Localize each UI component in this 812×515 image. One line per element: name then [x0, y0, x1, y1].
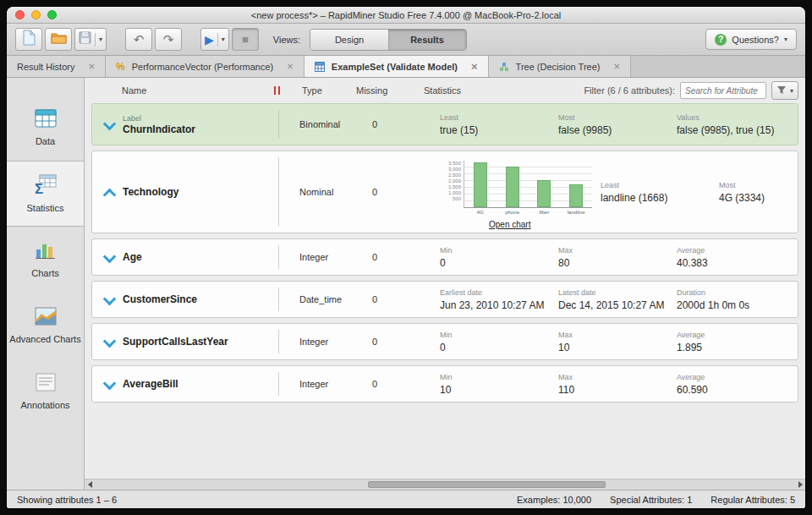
- chevron-down-icon[interactable]: [102, 118, 116, 131]
- attribute-row-age[interactable]: Age Integer 0 Min 0 Max 80 Average: [91, 238, 798, 276]
- showing-attributes-text: Showing attributes 1 – 6: [17, 495, 117, 505]
- attribute-missing: 0: [372, 119, 440, 129]
- sidebar-item-data[interactable]: Data: [7, 95, 84, 161]
- stat-label: Values: [677, 113, 798, 122]
- sidebar-item-charts[interactable]: Charts: [7, 227, 84, 293]
- close-icon[interactable]: ×: [287, 60, 294, 73]
- chevron-down-icon[interactable]: [102, 250, 116, 264]
- attribute-type: Nominal: [279, 187, 372, 197]
- app-window: <new process*> – RapidMiner Studio Free …: [7, 7, 805, 508]
- status-bar: Showing attributes 1 – 6 Examples: 10,00…: [7, 490, 805, 508]
- new-process-icon: [23, 30, 36, 49]
- close-icon[interactable]: ×: [88, 60, 95, 73]
- new-process-button[interactable]: [15, 28, 42, 51]
- chevron-down-icon[interactable]: [102, 335, 116, 348]
- attribute-type: Integer: [279, 379, 372, 389]
- attribute-name-cell: Label ChurnIndicator: [123, 114, 278, 135]
- chart-x-label: landline: [563, 210, 589, 215]
- attribute-name: Age: [123, 251, 278, 263]
- stat-label: Average: [677, 331, 798, 339]
- tab-result-history[interactable]: Result History ×: [7, 56, 106, 77]
- save-process-button[interactable]: ▾: [74, 28, 107, 51]
- stat-label: Min: [440, 331, 558, 339]
- toolbar: ▾ ↶ ↷ ▶ ▾ ■ Views: Design Results ? Ques…: [7, 24, 805, 56]
- header-type[interactable]: Type: [282, 85, 356, 96]
- search-input[interactable]: [680, 82, 766, 99]
- sidebar-item-annotations[interactable]: Annotations: [7, 359, 84, 425]
- sidebar-item-label: Advanced Charts: [9, 334, 80, 345]
- run-play-icon: ▶: [205, 34, 214, 46]
- sidebar-item-statistics[interactable]: Σ Statistics: [7, 161, 84, 227]
- attribute-type: Integer: [279, 252, 372, 262]
- chart-bar-landline: landline: [563, 161, 589, 207]
- attribute-missing: 0: [372, 187, 440, 197]
- close-icon[interactable]: ×: [471, 60, 478, 73]
- run-dropdown-icon[interactable]: ▾: [217, 33, 225, 47]
- stat-value: 80: [558, 257, 677, 269]
- open-chart-link[interactable]: Open chart: [489, 220, 530, 229]
- attribute-row-averagebill[interactable]: AverageBill Integer 0 Min 10 Max 110 Ave…: [91, 365, 798, 403]
- attribute-name-cell: Technology: [123, 186, 278, 198]
- stat-label: Min: [440, 373, 558, 381]
- attribute-row-supportcallslastyear[interactable]: SupportCallsLastYear Integer 0 Min 0 Max…: [91, 323, 798, 360]
- stat-value: 10: [440, 384, 558, 396]
- chart-x-label: phone: [500, 210, 525, 215]
- scroll-left-arrow[interactable]: [85, 481, 95, 488]
- attribute-row-technology[interactable]: Technology Nominal 0 3,5003,0002,5002,00…: [91, 151, 798, 233]
- attribute-row-churnindicator[interactable]: Label ChurnIndicator Binominal 0 Least t…: [91, 103, 798, 145]
- stat-most: Most 4G (3334): [719, 181, 798, 204]
- design-view-button[interactable]: Design: [310, 30, 388, 50]
- redo-button[interactable]: ↷: [155, 28, 182, 51]
- stat-max: Max 80: [558, 246, 677, 269]
- close-icon[interactable]: ×: [613, 60, 620, 73]
- stat-min: Min 0: [440, 246, 558, 269]
- chevron-up-icon[interactable]: [102, 185, 116, 199]
- scroll-right-arrow[interactable]: [795, 481, 805, 488]
- scrollbar-track[interactable]: [95, 479, 795, 490]
- horizontal-scrollbar[interactable]: [85, 479, 805, 490]
- table-header: Name Type Missing Statistics Filter (6 /…: [85, 78, 805, 103]
- run-process-button[interactable]: ▶ ▾: [200, 28, 229, 51]
- window-title: <new process*> – RapidMiner Studio Free …: [7, 10, 805, 20]
- stat-label: Max: [558, 246, 677, 255]
- tab-performance-vector[interactable]: % PerformanceVector (Performance) ×: [106, 56, 304, 77]
- open-process-button[interactable]: [45, 28, 72, 51]
- save-dropdown-icon[interactable]: ▾: [95, 33, 102, 47]
- tab-example-set[interactable]: ExampleSet (Validate Model) ×: [304, 56, 489, 77]
- attribute-row-customersince[interactable]: CustomerSince Date_time 0 Earliest date …: [91, 281, 798, 318]
- table-icon: [315, 62, 325, 72]
- chevron-down-icon[interactable]: [102, 293, 116, 306]
- advanced-chart-icon: [35, 307, 57, 329]
- scrollbar-thumb[interactable]: [368, 481, 606, 488]
- results-view-button[interactable]: Results: [388, 30, 466, 50]
- stat-value: 40.383: [677, 257, 798, 269]
- stop-process-button[interactable]: ■: [232, 28, 259, 51]
- content-area: Data Σ Statistics Charts Advanced Charts…: [7, 78, 805, 490]
- tab-decision-tree[interactable]: Tree (Decision Tree) ×: [489, 56, 631, 77]
- stat-label: Most: [719, 181, 798, 189]
- mini-chart-bars: 4Gphonefiberlandline: [464, 161, 592, 208]
- filter-button[interactable]: ▾: [771, 81, 798, 100]
- attribute-name-cell: SupportCallsLastYear: [123, 336, 278, 348]
- mini-bar-chart: 3,5003,0002,5002,0001,5001,000500 4Gphon…: [440, 156, 601, 229]
- header-statistics[interactable]: Statistics: [424, 85, 525, 96]
- sidebar-item-advanced-charts[interactable]: Advanced Charts: [7, 293, 84, 359]
- column-resize-marker[interactable]: [274, 86, 280, 95]
- chevron-down-icon[interactable]: [102, 377, 116, 391]
- header-name[interactable]: Name: [122, 85, 274, 96]
- stat-label: Min: [440, 246, 558, 255]
- sidebar-item-label: Annotations: [20, 400, 69, 411]
- undo-button[interactable]: ↶: [125, 28, 152, 51]
- chart-bar-phone: phone: [500, 161, 525, 207]
- attribute-type: Integer: [279, 337, 372, 347]
- stat-value: 60.590: [677, 384, 798, 396]
- stat-label: Latest date: [558, 288, 677, 297]
- views-label: Views:: [273, 35, 300, 45]
- stat-duration: Duration 2000d 1h 0m 0s: [677, 288, 798, 311]
- stat-min: Min 0: [440, 331, 558, 353]
- questions-button[interactable]: ? Questions? ▾: [705, 29, 797, 50]
- stat-label: Least: [440, 113, 558, 122]
- header-missing[interactable]: Missing: [356, 85, 424, 96]
- questions-dropdown-icon: ▾: [784, 36, 787, 43]
- attribute-missing: 0: [372, 337, 440, 347]
